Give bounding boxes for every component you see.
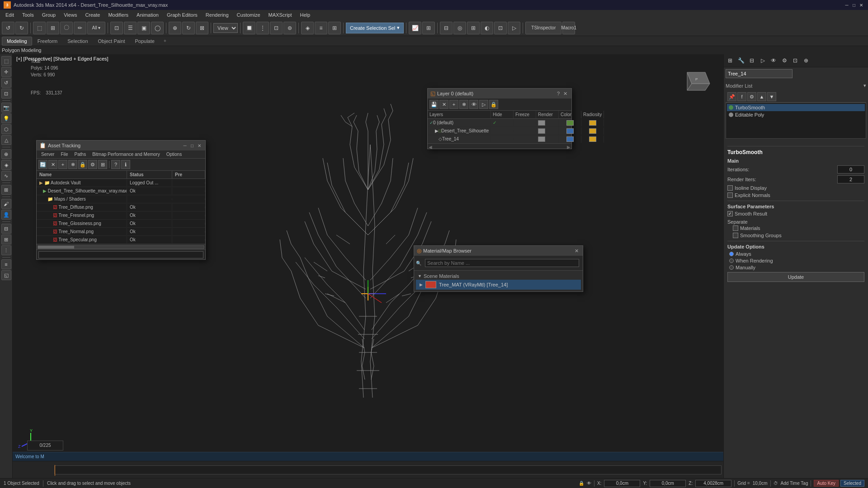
mod-icon-fx[interactable]: f bbox=[737, 92, 746, 101]
ts-materials-checkbox[interactable] bbox=[733, 225, 738, 231]
toolbar-scale[interactable]: ⊠ bbox=[196, 22, 208, 34]
menu-modifiers[interactable]: Modifiers bbox=[104, 11, 132, 19]
left-tool-populate[interactable]: 👤 bbox=[1, 210, 11, 220]
lw-color-swatch-default[interactable] bbox=[566, 120, 574, 126]
left-tool-paint[interactable]: 🖌 bbox=[1, 199, 11, 209]
rp-icon-extra[interactable]: ⊡ bbox=[791, 56, 800, 65]
lw-tool-delete[interactable]: ✕ bbox=[439, 100, 448, 109]
at-menu-paths[interactable]: Paths bbox=[72, 151, 89, 157]
toolbar-render3[interactable]: ⊡ bbox=[494, 22, 507, 34]
ts-isoline-checkbox[interactable] bbox=[727, 185, 733, 191]
lw-radiosity-swatch-default[interactable] bbox=[589, 120, 596, 126]
left-tool-geometry[interactable]: ⬡ bbox=[1, 124, 11, 134]
left-tool-shape[interactable]: △ bbox=[1, 135, 11, 145]
left-tool-light[interactable]: 💡 bbox=[1, 113, 11, 123]
left-tool-align[interactable]: ≡ bbox=[1, 259, 11, 269]
toolbar-paint[interactable]: ✏ bbox=[74, 22, 86, 34]
at-search-input[interactable] bbox=[38, 251, 203, 258]
toolbar-rect-select[interactable]: ▣ bbox=[137, 22, 150, 34]
toolbar-curve-editor[interactable]: 📈 bbox=[409, 22, 421, 34]
lw-scroll-right[interactable]: ▶ bbox=[567, 145, 571, 148]
lw-help[interactable]: ? bbox=[556, 91, 561, 97]
toolbar-circle-select[interactable]: ◯ bbox=[151, 22, 164, 34]
mb-material-tree-mat[interactable]: ▶ Tree_MAT (VRayMtl) [Tree_14] bbox=[416, 280, 581, 290]
lw-tool-render[interactable]: ▷ bbox=[479, 100, 488, 109]
toolbar-select-filter[interactable]: ⊡ bbox=[110, 22, 123, 34]
at-row-maps[interactable]: 📁 Maps / Shaders bbox=[37, 195, 205, 203]
lw-cell-default-radiosity[interactable] bbox=[581, 119, 604, 127]
object-name-input[interactable] bbox=[726, 69, 793, 78]
left-tool-layer[interactable]: ◱ bbox=[1, 270, 11, 280]
at-tool-settings[interactable]: ⚙ bbox=[88, 160, 97, 169]
left-tool-mirror[interactable]: ⊟ bbox=[1, 224, 11, 234]
toolbar-select[interactable]: ⬚ bbox=[33, 22, 46, 34]
left-tool-warp[interactable]: ∿ bbox=[1, 171, 11, 181]
lw-row-silhouette[interactable]: ▶ □ Desert_Tree_Silhouette bbox=[428, 127, 571, 135]
lw-radiosity-swatch-silhouette[interactable] bbox=[589, 128, 596, 134]
menu-edit[interactable]: Edit bbox=[2, 11, 18, 19]
menu-help[interactable]: Help bbox=[297, 11, 314, 19]
at-row-normal[interactable]: 🖼 Tree_Normal.png Ok bbox=[37, 228, 205, 236]
ts-explicit-checkbox[interactable] bbox=[727, 192, 733, 198]
toolbar-render2[interactable]: ◐ bbox=[481, 22, 493, 34]
left-tool-system[interactable]: ⊞ bbox=[1, 185, 11, 195]
at-menu-server[interactable]: Server bbox=[38, 151, 57, 157]
menu-customize[interactable]: Customize bbox=[233, 11, 264, 19]
mod-icon-settings[interactable]: ⚙ bbox=[747, 92, 756, 101]
at-tool-freeze[interactable]: ❄ bbox=[68, 160, 77, 169]
toolbar-render4[interactable]: ▷ bbox=[508, 22, 520, 34]
toolbar-redo[interactable]: ↻ bbox=[15, 22, 28, 34]
ts-iterations-input[interactable] bbox=[837, 165, 864, 174]
toolbar-render1[interactable]: ⊞ bbox=[467, 22, 480, 34]
ts-smooth-result-checkbox[interactable] bbox=[727, 211, 733, 216]
at-tool-info[interactable]: ℹ bbox=[121, 160, 130, 169]
at-tool-add[interactable]: + bbox=[58, 160, 67, 169]
rp-icon-create[interactable]: ⊞ bbox=[726, 56, 735, 65]
rp-icon-hierarchy[interactable]: ⊟ bbox=[747, 56, 756, 65]
create-selection-button[interactable]: Create Selection Sel ▾ bbox=[346, 23, 404, 33]
toolbar-schematic[interactable]: ⊟ bbox=[440, 22, 453, 34]
lw-row-tree14[interactable]: ◇ Tree_14 bbox=[428, 135, 571, 143]
left-tool-rotate[interactable]: ↺ bbox=[1, 78, 11, 88]
lw-tool-add[interactable]: + bbox=[449, 100, 458, 109]
mod-icon-move-down[interactable]: ▼ bbox=[767, 92, 776, 101]
toolbar-snap2[interactable]: ⋮ bbox=[256, 22, 269, 34]
navigation-cube[interactable]: P bbox=[678, 63, 714, 99]
lw-radiosity-swatch-tree14[interactable] bbox=[589, 136, 596, 142]
left-tool-camera[interactable]: 📷 bbox=[1, 103, 11, 113]
status-y-field[interactable] bbox=[650, 480, 686, 487]
left-tool-array[interactable]: ⊞ bbox=[1, 235, 11, 244]
status-x-field[interactable] bbox=[604, 480, 640, 487]
toolbar-snap[interactable]: 🔲 bbox=[243, 22, 255, 34]
at-row-glossiness[interactable]: 🖼 Tree_Glossiness.png Ok bbox=[37, 220, 205, 228]
ts-radio-always[interactable] bbox=[729, 252, 734, 256]
lw-tool-freeze[interactable]: ❄ bbox=[459, 100, 468, 109]
tab-selection[interactable]: Selection bbox=[63, 37, 92, 45]
left-tool-move[interactable]: ✛ bbox=[1, 67, 11, 77]
minimize-button[interactable]: ─ bbox=[844, 2, 850, 8]
rp-icon-motion[interactable]: ▷ bbox=[758, 56, 767, 65]
status-add-time-tag[interactable]: Add Time Tag bbox=[781, 481, 808, 486]
at-maximize[interactable]: □ bbox=[189, 142, 195, 149]
rp-icon-display[interactable]: 👁 bbox=[769, 56, 778, 65]
lw-tool-lock[interactable]: 🔒 bbox=[489, 100, 498, 109]
at-tool-lock[interactable]: 🔒 bbox=[78, 160, 87, 169]
at-menu-file[interactable]: File bbox=[58, 151, 71, 157]
lw-tool-hide[interactable]: 👁 bbox=[469, 100, 478, 109]
autokey-button[interactable]: Auto Key bbox=[814, 480, 839, 487]
toolbar-select2[interactable]: ⊞ bbox=[47, 22, 59, 34]
menu-views[interactable]: Views bbox=[60, 11, 80, 19]
lw-cell-silhouette-color[interactable] bbox=[559, 127, 581, 135]
tab-populate[interactable]: Populate bbox=[130, 37, 159, 45]
lw-color-swatch-tree14[interactable] bbox=[566, 136, 574, 142]
mod-icon-pin[interactable]: 📌 bbox=[727, 92, 736, 101]
toolbar-tsinspector[interactable]: TSInspector bbox=[525, 22, 561, 34]
lw-cell-tree14-color[interactable] bbox=[559, 136, 581, 143]
lw-cell-silhouette-radiosity[interactable] bbox=[581, 127, 604, 135]
left-tool-scale[interactable]: ⊡ bbox=[1, 89, 11, 99]
at-row-vault[interactable]: ▶ 📁 Autodesk Vault Logged Out ... bbox=[37, 179, 205, 187]
ts-update-button[interactable]: Update bbox=[727, 272, 864, 282]
at-tool-refresh[interactable]: 🔄 bbox=[38, 160, 47, 169]
at-menu-options[interactable]: Options bbox=[164, 151, 184, 157]
frame-counter[interactable]: 0 / 225 bbox=[27, 441, 63, 450]
